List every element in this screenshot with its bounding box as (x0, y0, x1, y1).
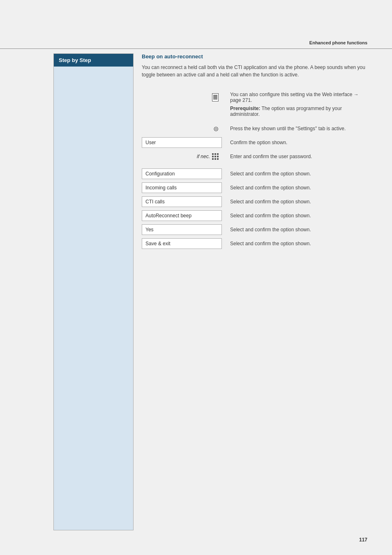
section-title: Beep on auto-reconnect (142, 53, 367, 60)
web-interface-note (142, 84, 367, 85)
step-row-configuration: Configuration Select and confirm the opt… (142, 167, 367, 180)
document-icon (212, 93, 219, 101)
step-row-user: User Confirm the option shown. (142, 136, 367, 149)
keypad-dot-8 (214, 158, 216, 160)
step-desc-configuration: Select and confirm the option shown. (222, 171, 367, 177)
steps-container: You can also configure this setting via … (142, 91, 367, 250)
step-desc-cti-calls: Select and confirm the option shown. (222, 199, 367, 205)
prerequisite-text: Prerequisite: The option was programmed … (222, 106, 367, 117)
page-container: Enhanced phone functions Step by Step Be… (0, 0, 392, 555)
keypad-dot-9 (217, 158, 219, 160)
step-row-cti-calls: CTI calls Select and confirm the option … (142, 195, 367, 208)
step-row-web-icon: You can also configure this setting via … (142, 91, 367, 104)
step-row-ifnec: if nec. Enter and (142, 150, 367, 163)
step-label-autoreconnect: AutoReconnect beep (142, 210, 222, 221)
right-content: Beep on auto-reconnect You can reconnect… (142, 53, 367, 251)
step-label-incoming-calls: Incoming calls (142, 182, 222, 193)
step-desc-save-exit: Select and confirm the option shown. (222, 241, 367, 246)
step-by-step-box: Step by Step (53, 53, 134, 530)
keypad-dot-1 (212, 153, 214, 155)
ifnec-label: if nec. (197, 154, 210, 159)
step-by-step-title: Step by Step (54, 54, 133, 67)
header-divider (0, 48, 392, 49)
step-label-save-exit: Save & exit (142, 238, 222, 249)
step-desc-user: Confirm the option shown. (222, 140, 367, 145)
keypad-dot-2 (214, 153, 216, 155)
settings-icon: ⊜ (213, 125, 219, 133)
ifnec-cell: if nec. (142, 153, 222, 160)
step-label-configuration: Configuration (142, 168, 222, 179)
step-desc-yes: Select and confirm the option shown. (222, 227, 367, 233)
step-label-yes: Yes (142, 224, 222, 235)
step-desc-incoming-calls: Select and confirm the option shown. (222, 185, 367, 191)
keypad-dot-6 (217, 156, 219, 157)
web-note-content: You can also configure this setting via … (230, 92, 359, 103)
content-area: Step by Step Beep on auto-reconnect You … (53, 53, 367, 530)
step-row-settings-icon: ⊜ Press the key shown until the "Setting… (142, 122, 367, 135)
step-desc-autoreconnect: Select and confirm the option shown. (222, 213, 367, 219)
step-row-autoreconnect: AutoReconnect beep Select and confirm th… (142, 209, 367, 222)
section-description: You can reconnect a held call both via t… (142, 64, 367, 78)
step-row-prerequisite: Prerequisite: The option was programmed … (142, 105, 367, 118)
keypad-dot-4 (212, 156, 214, 157)
step-row-save-exit: Save & exit Select and confirm the optio… (142, 237, 367, 250)
step-desc-ifnec: Enter and confirm the user password. (222, 154, 367, 159)
web-doc-icon-cell (142, 93, 222, 101)
keypad-dot-5 (214, 156, 216, 157)
prerequisite-content: Prerequisite: The option was programmed … (230, 106, 342, 117)
step-label-user: User (142, 137, 222, 148)
page-number: 117 (359, 537, 367, 543)
step-row-yes: Yes Select and confirm the option shown. (142, 223, 367, 236)
step-label-cti-calls: CTI calls (142, 196, 222, 207)
header-title: Enhanced phone functions (309, 40, 367, 45)
web-note-text: You can also configure this setting via … (222, 92, 367, 103)
keypad-dot-7 (212, 158, 214, 160)
keypad-dot-3 (217, 153, 219, 155)
step-desc-settings: Press the key shown until the "Settings"… (222, 126, 367, 131)
keypad-icon (212, 153, 219, 160)
step-row-incoming-calls: Incoming calls Select and confirm the op… (142, 181, 367, 194)
settings-icon-cell: ⊜ (142, 125, 222, 133)
